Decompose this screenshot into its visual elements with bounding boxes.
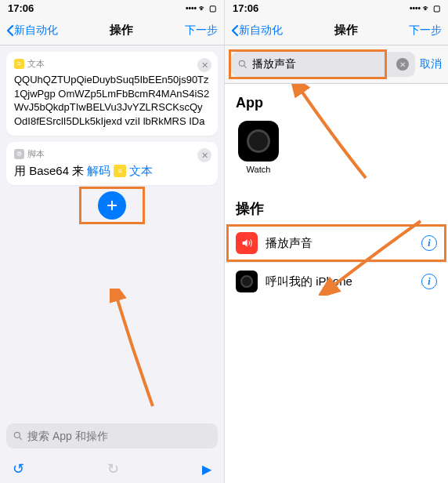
content-right: App Watch 操作 播放声音 i 呼叫我的 iPhone i [225,84,448,483]
arrow-to-add [110,289,172,414]
text-icon: ≡ [14,59,24,69]
app-watch[interactable]: Watch [236,121,281,174]
status-icons: ••••ᯤ▢ [410,4,440,13]
phone-left: 17:06 ••••ᯤ▢ 新自动化 操作 下一步 ≡ 文本 ✕ QQUhQZTU… [0,0,224,483]
script-icon: ⚙ [14,149,24,159]
op-play-sound[interactable]: 播放声音 i [225,224,448,262]
search-field[interactable]: ✕ [231,52,415,77]
search-row: ✕ 取消 [225,45,448,84]
app-row: Watch [225,118,448,185]
back-label: 新自动化 [239,24,283,38]
toolbar: ↺ ↻ ▶ [0,455,224,483]
script-card-header-label: 脚本 [27,148,45,160]
play-button[interactable]: ▶ [202,462,211,477]
svg-point-1 [239,60,244,66]
next-button[interactable]: 下一步 [409,24,442,38]
search-icon [237,59,248,70]
svg-point-0 [14,432,20,438]
op-label: 呼叫我的 iPhone [266,274,414,289]
text-chip-icon: ≡ [114,165,126,177]
redo-button: ↻ [107,460,119,478]
back-button[interactable]: 新自动化 [6,24,58,38]
watch-icon [238,121,279,162]
plus-icon [105,198,119,212]
op-ping-iphone[interactable]: 呼叫我的 iPhone i [225,262,448,300]
nav-title: 操作 [110,23,133,38]
clear-icon[interactable]: ✕ [396,58,409,71]
script-action-link[interactable]: 解码 [87,163,110,179]
phone-right: 17:06 ••••ᯤ▢ 新自动化 操作 下一步 ✕ 取消 App Watch [224,0,448,483]
status-bar: 17:06 ••••ᯤ▢ [0,0,224,16]
search-apps-actions[interactable] [6,423,218,448]
app-section-title: App [225,84,448,118]
ops-list: 播放声音 i 呼叫我的 iPhone i [225,224,448,300]
status-time: 17:06 [8,2,34,14]
close-icon[interactable]: ✕ [197,58,211,72]
text-card-header-label: 文本 [27,58,45,70]
script-chip-label[interactable]: 文本 [129,163,153,179]
script-card-header: ⚙ 脚本 [14,148,210,160]
status-icons: ••••ᯤ▢ [186,4,216,13]
nav-bar: 新自动化 操作 下一步 [225,16,448,45]
op-label: 播放声音 [266,236,414,251]
undo-button[interactable]: ↺ [13,460,24,478]
next-button[interactable]: 下一步 [185,24,218,38]
content-left: ≡ 文本 ✕ QQUhQZTUpQieDuybSuq5IbEEn50js90Tz… [0,45,224,417]
blank-area [225,300,448,483]
app-watch-label: Watch [247,165,271,174]
ops-section-title: 操作 [225,185,448,224]
bottom-search-bar [0,417,224,455]
nav-bar: 新自动化 操作 下一步 [0,16,224,45]
back-label: 新自动化 [14,24,58,38]
status-bar: 17:06 ••••ᯤ▢ [225,0,448,16]
script-card-body: 用 Base64 来 解码 ≡ 文本 [14,163,210,179]
search-input[interactable] [27,430,211,442]
text-card-header: ≡ 文本 [14,58,210,70]
search-icon [13,430,23,441]
script-prefix: 用 Base64 来 [14,163,84,179]
add-action-button[interactable] [98,191,126,220]
watch-small-icon [236,271,258,292]
close-icon[interactable]: ✕ [197,148,211,162]
info-icon[interactable]: i [421,274,437,289]
status-time: 17:06 [233,2,258,14]
text-card-body: QQUhQZTUpQieDuybSuq5IbEEn50js90Tz1QjwPgp… [14,73,210,129]
search-input[interactable] [252,58,392,71]
nav-title: 操作 [334,23,358,38]
info-icon[interactable]: i [421,235,437,251]
cancel-button[interactable]: 取消 [420,57,442,71]
text-card[interactable]: ≡ 文本 ✕ QQUhQZTUpQieDuybSuq5IbEEn50js90Tz… [6,52,218,136]
script-card[interactable]: ⚙ 脚本 ✕ 用 Base64 来 解码 ≡ 文本 [6,142,218,185]
back-button[interactable]: 新自动化 [231,24,283,38]
sound-icon [236,232,258,254]
